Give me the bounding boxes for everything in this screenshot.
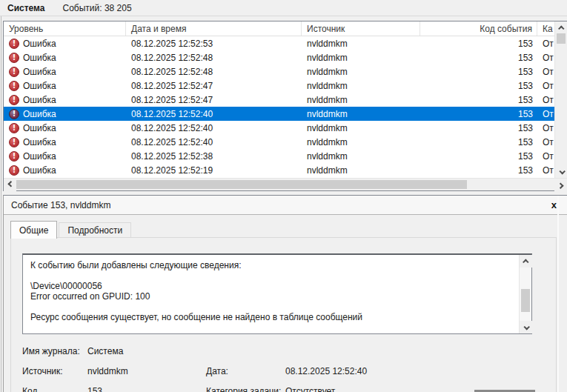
- table-row[interactable]: ! Ошибка 08.12.2025 12:52:48 nvlddmkm 15…: [4, 64, 554, 79]
- level-cell: Ошибка: [23, 95, 56, 105]
- tab-general[interactable]: Общие: [10, 221, 57, 239]
- category-cell: От: [537, 151, 554, 162]
- error-icon: !: [9, 53, 19, 63]
- vertical-scroll-thumb[interactable]: [521, 289, 530, 312]
- table-row[interactable]: ! Ошибка 08.12.2025 12:52:40 nvlddmkm 15…: [4, 107, 554, 121]
- datetime-cell: 08.12.2025 12:52:19: [126, 165, 302, 176]
- error-icon: !: [9, 67, 19, 77]
- category-cell: От: [537, 95, 554, 105]
- events-count: Событий: 38 205: [63, 3, 132, 13]
- log-name-value: Система: [87, 346, 206, 356]
- table-row[interactable]: ! Ошибка 08.12.2025 12:52:47 nvlddmkm 15…: [4, 79, 554, 93]
- error-icon: !: [9, 123, 19, 133]
- pane-right-separator: [557, 196, 559, 392]
- source-cell: nvlddmkm: [302, 95, 420, 105]
- field-row: Имя журнала: Система: [22, 341, 548, 361]
- description-line: \Device\00000056: [30, 281, 511, 291]
- column-header-level[interactable]: Уровень: [4, 21, 126, 36]
- error-icon: !: [9, 109, 19, 119]
- datetime-cell: 08.12.2025 12:52:47: [126, 95, 302, 105]
- source-cell: nvlddmkm: [302, 137, 420, 147]
- details-tabs: Общие Подробности: [10, 221, 133, 239]
- source-cell: nvlddmkm: [302, 123, 420, 133]
- column-header-eventcode[interactable]: Код события: [420, 21, 537, 36]
- scroll-down-button[interactable]: [520, 321, 532, 333]
- log-header-bar: Система Событий: 38 205: [0, 0, 567, 16]
- details-pane-header: Событие 153, nvlddmkm x: [4, 196, 567, 215]
- code-value: 153: [87, 386, 206, 392]
- category-cell: От: [537, 109, 554, 119]
- level-cell: Ошибка: [23, 109, 56, 119]
- table-horizontal-scrollbar[interactable]: [4, 178, 567, 190]
- scroll-down-button[interactable]: [555, 165, 567, 178]
- description-line: Ресурс сообщения существует, но сообщени…: [30, 312, 511, 322]
- details-pane-title: Событие 153, nvlddmkm: [11, 200, 551, 210]
- field-row: Код 153 Категория задачи: Отсутствует: [22, 381, 548, 392]
- table-row[interactable]: ! Ошибка 08.12.2025 12:52:38 nvlddmkm 15…: [4, 149, 554, 163]
- code-cell: 153: [420, 95, 537, 105]
- code-cell: 153: [420, 109, 537, 119]
- table-row[interactable]: ! Ошибка 08.12.2025 12:52:40 nvlddmkm 15…: [4, 135, 554, 149]
- error-icon: !: [9, 95, 19, 105]
- table-vertical-scrollbar[interactable]: [554, 21, 567, 178]
- level-cell: Ошибка: [23, 67, 56, 77]
- scroll-left-button[interactable]: [4, 179, 16, 191]
- level-cell: Ошибка: [23, 53, 56, 63]
- category-cell: От: [537, 81, 554, 91]
- error-icon: !: [9, 39, 19, 49]
- level-cell: Ошибка: [23, 151, 56, 162]
- code-cell: 153: [420, 165, 537, 176]
- code-label: Код: [22, 386, 87, 392]
- category-cell: От: [537, 123, 554, 133]
- source-cell: nvlddmkm: [302, 67, 420, 77]
- category-cell: От: [537, 39, 554, 49]
- code-cell: 153: [420, 53, 537, 63]
- code-cell: 153: [420, 39, 537, 49]
- description-line: К событию были добавлены следующие сведе…: [30, 260, 511, 270]
- source-cell: nvlddmkm: [302, 151, 420, 162]
- vertical-scroll-thumb[interactable]: [557, 33, 566, 44]
- table-row[interactable]: ! Ошибка 08.12.2025 12:52:40 nvlddmkm 15…: [4, 121, 554, 135]
- chevron-right-icon: [557, 182, 563, 188]
- level-cell: Ошибка: [23, 165, 56, 176]
- log-name-label: Имя журнала:: [22, 346, 87, 356]
- table-row[interactable]: ! Ошибка 08.12.2025 12:52:19 nvlddmkm 15…: [4, 163, 554, 177]
- error-icon: !: [9, 165, 19, 176]
- column-header-datetime[interactable]: Дата и время: [126, 21, 302, 36]
- category-cell: От: [537, 165, 554, 176]
- date-label: Дата:: [206, 366, 285, 376]
- column-header-source[interactable]: Источник: [302, 21, 420, 36]
- scroll-up-button[interactable]: [520, 255, 532, 268]
- code-cell: 153: [420, 81, 537, 91]
- category-cell: От: [537, 67, 554, 77]
- datetime-cell: 08.12.2025 12:52:40: [126, 109, 302, 119]
- source-cell: nvlddmkm: [302, 53, 420, 63]
- source-cell: nvlddmkm: [302, 81, 420, 91]
- close-icon[interactable]: x: [551, 199, 557, 210]
- description-vertical-scrollbar[interactable]: [519, 255, 531, 333]
- datetime-cell: 08.12.2025 12:52:53: [126, 39, 302, 49]
- datetime-cell: 08.12.2025 12:52:38: [126, 151, 302, 162]
- level-cell: Ошибка: [23, 39, 56, 49]
- error-icon: !: [9, 137, 19, 147]
- chevron-up-icon: [523, 259, 528, 265]
- error-icon: !: [9, 81, 19, 91]
- code-cell: 153: [420, 67, 537, 77]
- category-cell: От: [537, 53, 554, 63]
- horizontal-scroll-thumb[interactable]: [16, 180, 467, 189]
- chevron-down-icon: [559, 168, 565, 174]
- tab-details[interactable]: Подробности: [59, 222, 131, 239]
- splitter-line: [1, 0, 1, 392]
- chevron-up-icon: [558, 25, 564, 31]
- datetime-cell: 08.12.2025 12:52:40: [126, 137, 302, 147]
- general-tab-page: К событию были добавлены следующие сведе…: [10, 237, 557, 392]
- event-details-pane: Событие 153, nvlddmkm x Общие Подробност…: [3, 195, 567, 392]
- table-row[interactable]: ! Ошибка 08.12.2025 12:52:47 nvlddmkm 15…: [4, 93, 554, 107]
- table-row[interactable]: ! Ошибка 08.12.2025 12:52:53 nvlddmkm 15…: [4, 36, 554, 50]
- scroll-right-button[interactable]: [554, 179, 567, 191]
- scroll-up-button[interactable]: [555, 21, 567, 34]
- log-title: Система: [7, 3, 45, 13]
- table-body: ! Ошибка 08.12.2025 12:52:53 nvlddmkm 15…: [4, 36, 554, 177]
- table-row[interactable]: ! Ошибка 08.12.2025 12:52:48 nvlddmkm 15…: [4, 50, 554, 64]
- event-viewer-panel: Система Событий: 38 205 Уровень Дата и в…: [0, 0, 567, 392]
